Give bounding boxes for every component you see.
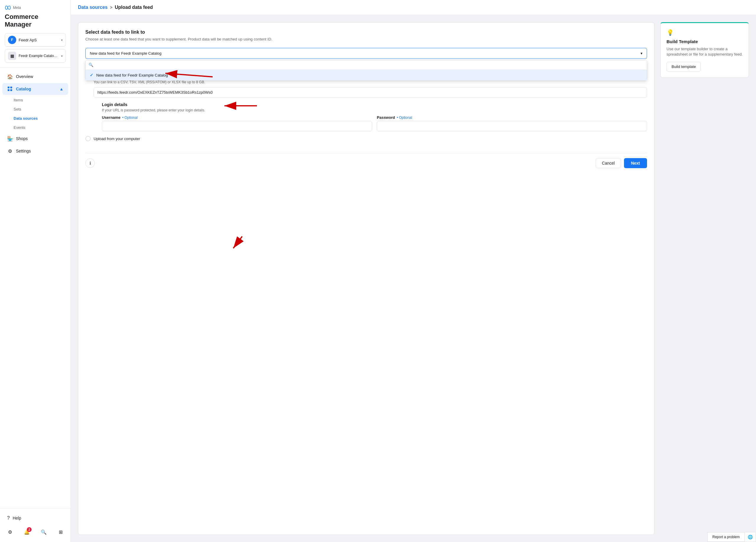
username-field: Username • Optional bbox=[102, 115, 372, 131]
login-subtitle: If your URL is password protected, pleas… bbox=[102, 108, 647, 112]
report-problem-button[interactable]: Report a problem bbox=[707, 532, 745, 542]
catalog-selector[interactable]: ▦ Feedr Example Catalog (600... ▾ bbox=[5, 49, 66, 63]
chevron-down-icon: ▾ bbox=[61, 54, 63, 58]
sidebar-item-label: Overview bbox=[16, 74, 33, 79]
svg-rect-2 bbox=[10, 87, 12, 88]
layout-icon: ⊞ bbox=[59, 529, 63, 535]
main-content: Data sources > Upload data feed Select d… bbox=[71, 0, 756, 542]
upload-radio-button bbox=[85, 136, 91, 141]
upload-radio-label: Upload from your computer bbox=[94, 136, 140, 141]
svg-point-0 bbox=[5, 6, 8, 9]
breadcrumb: Data sources > Upload data feed bbox=[78, 5, 749, 10]
account-name: Feedr ApS bbox=[19, 38, 59, 42]
sidebar-nav: 🏠 Overview Catalog ▲ Items Sets Data sou… bbox=[0, 68, 71, 508]
gear-icon: ⚙ bbox=[7, 148, 13, 154]
sidebar-item-overview[interactable]: 🏠 Overview bbox=[2, 71, 68, 82]
sidebar-item-items[interactable]: Items bbox=[14, 95, 71, 105]
help-icon: ? bbox=[7, 515, 10, 521]
password-input[interactable] bbox=[377, 121, 647, 131]
home-icon: 🏠 bbox=[7, 74, 13, 79]
svg-rect-1 bbox=[8, 87, 9, 88]
sidebar-item-label: Catalog bbox=[16, 87, 31, 91]
notification-badge: 2 bbox=[27, 527, 32, 532]
avatar: F bbox=[8, 36, 16, 44]
main-body: Select data feeds to link to Choose at l… bbox=[71, 15, 756, 542]
dropdown-option-new-feed[interactable]: ✓ New data feed for Feedr Example Catalo… bbox=[86, 70, 647, 80]
dropdown-chevron-icon: ▾ bbox=[641, 51, 643, 56]
catalog-icon: ▦ bbox=[8, 52, 16, 60]
side-card-title: Build Template bbox=[667, 39, 743, 44]
catalog-name: Feedr Example Catalog (600... bbox=[19, 54, 59, 58]
breadcrumb-separator: > bbox=[110, 5, 113, 10]
chevron-up-icon: ▲ bbox=[59, 87, 63, 91]
settings-icon: ⚙ bbox=[8, 529, 12, 535]
side-card-description: Use our template builder to create a spr… bbox=[667, 46, 743, 57]
form-card: Select data feeds to link to Choose at l… bbox=[78, 22, 654, 535]
check-icon: ✓ bbox=[90, 73, 93, 77]
side-card: 💡 Build Template Use our template builde… bbox=[660, 22, 749, 78]
feed-dropdown-menu: 🔍 ✓ New data feed for Feedr Example Cata… bbox=[85, 60, 647, 81]
sidebar-item-shops[interactable]: 🏪 Shops bbox=[2, 133, 68, 144]
svg-rect-3 bbox=[8, 89, 9, 91]
grid-icon bbox=[7, 86, 13, 92]
sidebar-item-label: Settings bbox=[16, 149, 31, 153]
report-bar: Report a problem 🌐 bbox=[707, 532, 756, 542]
language-button[interactable]: 🌐 bbox=[745, 532, 756, 542]
form-subtitle: Choose at least one data feed that you w… bbox=[85, 37, 647, 42]
meta-label: Meta bbox=[13, 6, 21, 10]
feed-dropdown-wrapper: New data feed for Feedr Example Catalog … bbox=[85, 48, 647, 59]
sidebar-item-sets[interactable]: Sets bbox=[14, 105, 71, 114]
meta-logo-icon bbox=[5, 5, 11, 11]
settings-button[interactable]: ⚙ bbox=[5, 527, 15, 537]
search-button[interactable]: 🔍 bbox=[38, 527, 49, 537]
shop-icon: 🏪 bbox=[7, 136, 13, 141]
account-selector[interactable]: F Feedr ApS ▾ bbox=[5, 33, 66, 47]
sidebar-actions: ⚙ 🔔 2 🔍 ⊞ bbox=[5, 527, 66, 537]
username-input[interactable] bbox=[102, 121, 372, 131]
next-button[interactable]: Next bbox=[624, 158, 647, 168]
breadcrumb-current: Upload data feed bbox=[115, 5, 153, 10]
sidebar-item-catalog[interactable]: Catalog ▲ bbox=[2, 83, 68, 95]
layout-button[interactable]: ⊞ bbox=[55, 527, 66, 537]
catalog-sub-nav: Items Sets Data sources Events bbox=[14, 95, 71, 132]
help-item[interactable]: ? Help bbox=[5, 513, 66, 523]
svg-rect-4 bbox=[10, 89, 12, 91]
build-template-button[interactable]: Build template bbox=[667, 62, 701, 71]
username-label: Username • Optional bbox=[102, 115, 372, 120]
dropdown-search-wrapper: 🔍 bbox=[86, 60, 647, 70]
meta-logo: Meta bbox=[5, 5, 66, 11]
dropdown-option-label: New data feed for Feedr Example Catalog bbox=[96, 73, 168, 77]
dropdown-selected-value: New data feed for Feedr Example Catalog bbox=[90, 51, 162, 56]
bulb-icon: 💡 bbox=[667, 29, 743, 36]
globe-icon: 🌐 bbox=[748, 535, 753, 539]
search-icon: 🔍 bbox=[89, 63, 93, 67]
sidebar: Meta Commerce Manager F Feedr ApS ▾ ▦ Fe… bbox=[0, 0, 71, 542]
page-header: Data sources > Upload data feed bbox=[71, 0, 756, 15]
sidebar-item-data-sources[interactable]: Data sources bbox=[14, 114, 71, 123]
dropdown-search-input[interactable] bbox=[95, 63, 644, 67]
sidebar-item-settings[interactable]: ⚙ Settings bbox=[2, 145, 68, 157]
form-footer: ℹ Cancel Next bbox=[85, 153, 647, 168]
sidebar-item-label: Shops bbox=[16, 136, 28, 141]
app-title: Commerce Manager bbox=[5, 13, 66, 28]
breadcrumb-data-sources[interactable]: Data sources bbox=[78, 5, 108, 10]
login-title: Login details bbox=[102, 102, 647, 107]
info-icon: ℹ bbox=[89, 161, 91, 165]
login-fields: Username • Optional Password • Optional bbox=[102, 115, 647, 131]
notifications-button[interactable]: 🔔 2 bbox=[22, 527, 32, 537]
password-field: Password • Optional bbox=[377, 115, 647, 131]
feed-dropdown-button[interactable]: New data feed for Feedr Example Catalog … bbox=[85, 48, 647, 59]
footer-actions: Cancel Next bbox=[596, 158, 647, 168]
sidebar-item-events[interactable]: Events bbox=[14, 123, 71, 132]
chevron-down-icon: ▾ bbox=[61, 38, 63, 42]
info-button[interactable]: ℹ bbox=[85, 158, 95, 168]
form-title: Select data feeds to link to bbox=[85, 30, 647, 35]
url-input[interactable] bbox=[94, 87, 647, 97]
url-section-subtitle: You can link to a CSV, TSV, XML (RSS/ATO… bbox=[94, 80, 647, 84]
cancel-button[interactable]: Cancel bbox=[596, 158, 621, 168]
sidebar-footer: ? Help ⚙ 🔔 2 🔍 ⊞ bbox=[0, 508, 71, 542]
url-section: Enter a URL from your server, hosting we… bbox=[94, 74, 647, 131]
sidebar-header: Meta Commerce Manager F Feedr ApS ▾ ▦ Fe… bbox=[0, 0, 71, 68]
upload-radio-option[interactable]: Upload from your computer bbox=[85, 136, 647, 141]
help-label: Help bbox=[13, 516, 21, 520]
